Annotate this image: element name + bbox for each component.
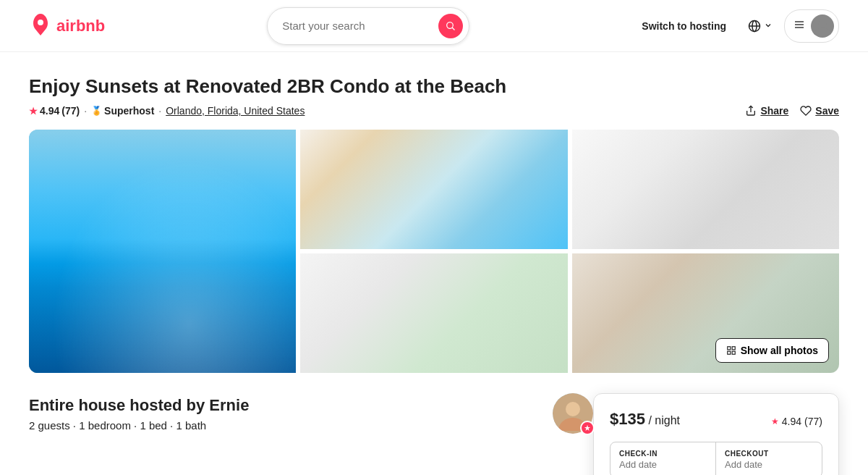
dot-separator-2: · <box>158 105 161 117</box>
card-review-count: (77) <box>804 416 822 427</box>
save-label: Save <box>815 105 839 117</box>
logo-text: airbnb <box>56 17 105 35</box>
price-display: $135 / night <box>610 410 680 429</box>
header-right: Switch to hosting <box>631 9 839 43</box>
host-avatar-wrap <box>553 393 593 434</box>
superhost-badge: 🏅 Superhost <box>91 105 154 117</box>
share-icon <box>745 105 757 117</box>
user-menu[interactable] <box>784 9 839 43</box>
checkin-label: CHECK-IN <box>619 450 707 458</box>
photo-grid: Show all photos <box>29 130 839 373</box>
dot-separator-1: · <box>84 105 87 117</box>
card-rating: ★ 4.94 (77) <box>771 416 822 427</box>
superhost-label: Superhost <box>104 105 154 117</box>
svg-rect-9 <box>727 347 730 350</box>
header: airbnb Start your search Switch to hosti… <box>0 0 868 52</box>
language-selector[interactable] <box>742 12 778 40</box>
listing-location[interactable]: Orlando, Florida, United States <box>166 105 305 117</box>
search-bar-text: Start your search <box>282 20 431 32</box>
price-per-night: / night <box>648 414 680 426</box>
svg-point-7 <box>818 20 827 28</box>
photo-top-right[interactable] <box>572 130 839 249</box>
checkin-field[interactable]: CHECK-IN Add date <box>610 442 716 475</box>
superhost-icon: 🏅 <box>91 106 102 116</box>
photo-main[interactable] <box>29 130 296 373</box>
price-amount: $135 <box>610 410 645 428</box>
grid-icon <box>726 345 736 356</box>
globe-icon <box>748 20 761 33</box>
search-bar[interactable]: Start your search <box>267 7 469 45</box>
host-info: Entire house hosted by Ernie 2 guests · … <box>29 393 593 434</box>
svg-rect-10 <box>732 347 735 350</box>
main-content: Enjoy Sunsets at Renovated 2BR Condo at … <box>0 52 868 475</box>
checkout-value: Add date <box>725 459 813 470</box>
booking-card: $135 / night ★ 4.94 (77) CHECK-IN Add da… <box>593 393 839 475</box>
checkout-label: CHECKOUT <box>725 450 813 458</box>
switch-hosting-link[interactable]: Switch to hosting <box>631 13 736 39</box>
search-icon <box>445 20 456 32</box>
svg-point-14 <box>566 402 580 416</box>
listing-meta: ★ 4.94 (77) · 🏅 Superhost · Orlando, Flo… <box>29 105 839 117</box>
share-label: Share <box>760 105 788 117</box>
listing-title: Enjoy Sunsets at Renovated 2BR Condo at … <box>29 75 839 98</box>
review-count: (77) <box>61 105 80 117</box>
card-rating-value: 4.94 <box>782 416 801 427</box>
show-all-photos-label: Show all photos <box>741 345 818 356</box>
airbnb-logo-icon <box>29 13 52 39</box>
rating-value: 4.94 <box>40 105 59 117</box>
share-button[interactable]: Share <box>745 105 788 117</box>
chevron-down-icon <box>764 20 773 33</box>
hamburger-icon <box>793 19 805 33</box>
heart-icon <box>800 105 812 117</box>
photo-top-middle[interactable] <box>300 130 567 249</box>
checkout-field[interactable]: CHECKOUT Add date <box>716 442 822 475</box>
photo-bottom-middle[interactable] <box>300 253 567 373</box>
bottom-section: Entire house hosted by Ernie 2 guests · … <box>29 373 839 475</box>
search-button[interactable] <box>438 14 463 38</box>
host-title: Entire house hosted by Ernie <box>29 396 249 415</box>
svg-point-0 <box>38 20 43 25</box>
show-all-photos-button[interactable]: Show all photos <box>715 338 829 363</box>
medal-icon <box>584 424 591 432</box>
logo[interactable]: airbnb <box>29 13 105 39</box>
card-star-icon: ★ <box>771 416 779 426</box>
save-button[interactable]: Save <box>800 105 839 117</box>
dates-row: CHECK-IN Add date CHECKOUT Add date <box>610 442 822 475</box>
avatar <box>811 14 834 38</box>
checkin-value: Add date <box>619 459 707 470</box>
star-icon: ★ <box>29 106 38 117</box>
price-row: $135 / night ★ 4.94 (77) <box>610 410 822 429</box>
rating: ★ 4.94 (77) <box>29 105 80 117</box>
superhost-badge-icon <box>580 421 595 435</box>
svg-rect-12 <box>732 351 735 354</box>
host-details: 2 guests · 1 bedroom · 1 bed · 1 bath <box>29 419 249 432</box>
listing-actions: Share Save <box>745 105 839 117</box>
svg-rect-11 <box>727 351 730 354</box>
